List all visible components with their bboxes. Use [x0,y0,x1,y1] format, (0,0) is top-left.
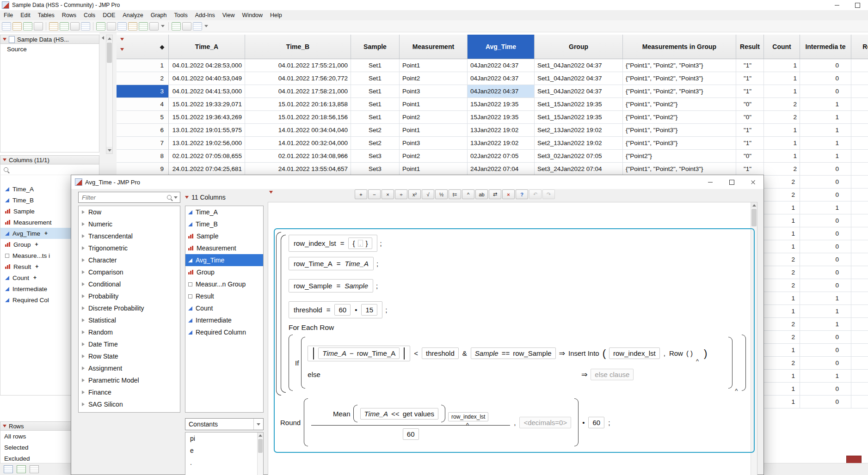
table-cell[interactable]: 04Jan2022 04:37 [468,85,535,98]
chevron-down-icon[interactable] [204,25,208,27]
power-button[interactable]: x² [408,189,421,199]
function-category-transcendental[interactable]: Transcendental [79,230,180,242]
maximize-button[interactable] [847,0,868,10]
table-cell[interactable]: Point3 [400,85,468,98]
dialog-column-measurement[interactable]: Measurement [185,242,263,254]
table-cell[interactable]: Point1 [400,59,468,72]
expand-icon[interactable] [82,222,85,226]
table-cell[interactable]: 1 [764,396,800,408]
red-triangle-menu-icon[interactable] [3,425,6,427]
table-cell[interactable]: 15.01.2022 19:36:43,269 [169,111,245,124]
table-view-icon[interactable] [30,465,39,473]
fraction-button[interactable]: ½ [435,189,448,199]
table-cell[interactable]: 0 [800,266,851,279]
variable-name[interactable]: row_Sample [294,282,332,290]
function-category-date-time[interactable]: Date Time [79,338,180,350]
variable-name[interactable]: row_Time_A [294,260,332,268]
minimize-button[interactable] [826,0,847,10]
red-triangle-menu-icon[interactable] [3,38,6,41]
column-header-group[interactable]: Group [535,35,623,59]
function-category-trigonometric[interactable]: Trigonometric [79,242,180,254]
red-triangle-menu-icon[interactable] [185,196,189,199]
else-row[interactable]: else ⇒ else clause [308,369,726,380]
table-cell[interactable]: 1 [800,124,851,137]
row-number-cell[interactable]: 7 [117,137,169,150]
table-cell[interactable]: 1 [764,137,800,150]
table-cell[interactable]: 0 [800,240,851,253]
menu-item-add-ins[interactable]: Add-Ins [191,10,219,20]
table-cell[interactable]: 04.01.2022 04:41:53,000 [169,85,245,98]
expand-icon[interactable] [82,270,85,274]
table-cell[interactable]: Set1_15Jan2022 19:35 [535,98,623,111]
table-cell[interactable]: "1" [736,124,764,137]
table-cell[interactable] [851,201,868,214]
dialog-columns-header[interactable]: 11 Columns [185,194,226,201]
table-cell[interactable]: 2 [764,331,800,344]
table-cell[interactable]: Set1 [351,59,400,72]
row-function[interactable]: Row [669,349,683,357]
sort-table-icon[interactable] [139,22,148,30]
table-cell[interactable]: Set3_24Jan2022 07:04 [535,163,623,176]
filter-input[interactable] [81,194,167,201]
table-cell[interactable]: 24.01.2022 13:55:04,657 [245,163,351,176]
expand-icon[interactable] [82,234,85,238]
table-cell[interactable] [851,253,868,266]
dialog-column-required-column[interactable]: Required Column [185,326,263,338]
row-number-cell[interactable]: 4 [117,98,169,111]
table-cell[interactable]: 1 [800,370,851,383]
paste-icon[interactable] [70,22,80,30]
table-cell[interactable] [851,331,868,344]
table-cell[interactable]: {"Point1", "Point3"} [623,137,736,150]
table-cell[interactable]: 1 [800,305,851,318]
expand-icon[interactable] [82,330,85,334]
table-cell[interactable]: {"Point1", "Point2", "Point3"} [623,59,736,72]
red-triangle-menu-icon[interactable] [3,158,6,161]
table-cell[interactable]: 0 [800,331,851,344]
table-cell[interactable]: 0 [800,85,851,98]
row-number-cell[interactable]: 2 [117,72,169,85]
table-cell[interactable] [851,318,868,331]
menu-item-rows[interactable]: Rows [58,10,80,20]
table-cell[interactable]: 0 [800,357,851,370]
table-cell[interactable]: 13.01.2022 19:01:55,975 [169,124,245,137]
insert-into-keyword[interactable]: Insert Into [568,349,599,357]
variable-name[interactable]: row_Sample [513,349,551,357]
function-category-row[interactable]: Row [79,206,180,218]
distribution-icon[interactable] [172,22,181,30]
table-cell[interactable]: 0 [800,227,851,240]
print-icon[interactable] [34,22,43,30]
table-cell[interactable]: 2 [764,253,800,266]
expand-icon[interactable] [82,258,85,262]
move-rows-icon[interactable] [96,22,105,30]
annotate-icon[interactable] [193,22,202,30]
table-cell[interactable]: Set3_02Jan2022 07:05 [535,150,623,163]
function-category-probability[interactable]: Probability [79,290,180,302]
menu-item-help[interactable]: Help [266,10,286,20]
table-cell[interactable]: {"Point1", "Point2"} [623,98,736,111]
table-cell[interactable]: Set1_04Jan2022 04:37 [535,59,623,72]
function-category-finance[interactable]: Finance [79,386,180,398]
expand-icon[interactable] [82,402,85,406]
table-cell[interactable]: Set1_04Jan2022 04:37 [535,72,623,85]
table-cell[interactable]: 15.01.2022 19:33:29,071 [169,98,245,111]
table-cell[interactable]: 1 [800,111,851,124]
table-cell[interactable]: 13Jan2022 19:02 [468,137,535,150]
dialog-maximize-button[interactable] [721,175,742,189]
assignment-expression[interactable]: threshold = 60 • 15 [289,301,382,318]
table-cell[interactable]: Set1 [351,98,400,111]
variable-name[interactable]: row_index_lst [609,347,660,359]
table-cell[interactable]: {"Point1", "Point2", "Point3"} [623,163,736,176]
summary-view-icon[interactable] [17,465,26,473]
table-cell[interactable]: Set3 [351,150,400,163]
cut-icon[interactable] [49,22,58,30]
variable-name[interactable]: row_Time_A [357,349,396,357]
table-cell[interactable]: 1 [764,305,800,318]
table-cell[interactable]: 1 [764,292,800,305]
table-cell[interactable]: {"Point2"} [623,150,736,163]
table-cell[interactable]: 1 [800,201,851,214]
table-cell[interactable] [851,85,868,98]
expand-icon[interactable] [82,294,85,298]
table-cell[interactable]: 0 [800,214,851,227]
variable-name[interactable]: threshold [294,306,322,314]
table-cell[interactable]: 15Jan2022 19:35 [468,111,535,124]
